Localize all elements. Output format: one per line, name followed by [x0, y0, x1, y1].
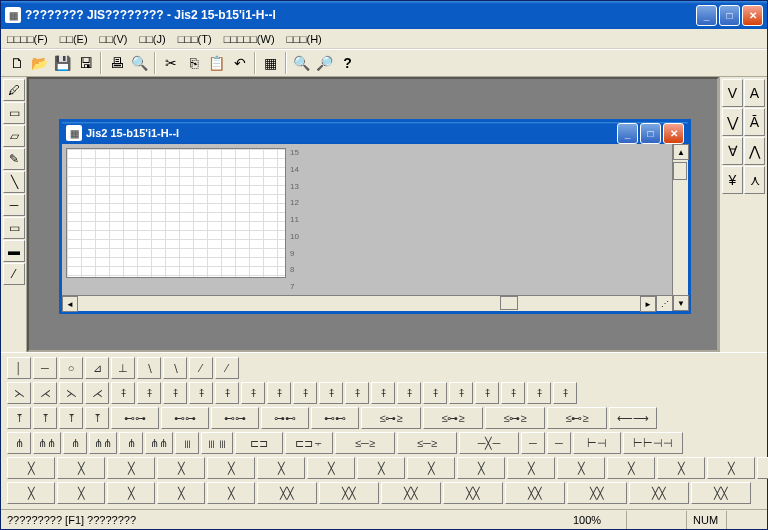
palette-item[interactable]: ≤⊶≥ [423, 407, 483, 429]
palette-item[interactable]: ╳ [757, 457, 768, 479]
stamp-tool-icon[interactable]: 🖊 [3, 79, 25, 101]
palette-item[interactable]: ⋔⋔ [33, 432, 61, 454]
palette-item[interactable]: ⋔⋔ [89, 432, 117, 454]
menu-j[interactable]: □□(J) [140, 33, 166, 45]
menu-help[interactable]: □□□(H) [287, 33, 322, 45]
menu-t[interactable]: □□□(T) [178, 33, 212, 45]
helpcursor-icon[interactable]: ? [336, 52, 359, 74]
palette-item[interactable]: ⤉ [553, 382, 577, 404]
child-scroll-v[interactable]: ▲ ▼ [672, 144, 688, 311]
scroll-up-icon[interactable]: ▲ [673, 144, 689, 160]
paste-icon[interactable]: 📋 [205, 52, 228, 74]
palette-item[interactable]: ╳ [7, 482, 55, 504]
rectfill-tool-icon[interactable]: ▬ [3, 240, 25, 262]
palette-item[interactable]: ⊥ [111, 357, 135, 379]
palette-item[interactable]: ╳ [307, 457, 355, 479]
palette-item[interactable]: ⋔ [119, 432, 143, 454]
palette-item[interactable]: ⊿ [85, 357, 109, 379]
scroll-thumb-h[interactable] [500, 296, 518, 310]
palette-item[interactable]: ⟵⟶ [609, 407, 657, 429]
child-titlebar[interactable]: ▦ Jis2 15-b15'i1-H--l _ □ ✕ [62, 122, 688, 144]
palette-item[interactable]: ╳╳ [443, 482, 503, 504]
symbol-and-icon[interactable]: ⋀ [744, 137, 765, 165]
palette-item[interactable]: ╳ [157, 482, 205, 504]
line-tool-icon[interactable]: ─ [3, 194, 25, 216]
scroll-down-icon[interactable]: ▼ [673, 295, 689, 311]
palette-item[interactable]: ○ [59, 357, 83, 379]
save-icon[interactable]: 💾 [51, 52, 74, 74]
palette-item[interactable]: ⤉ [527, 382, 551, 404]
eraser-tool-icon[interactable]: ▱ [3, 125, 25, 147]
palette-item[interactable]: ⫼⫼ [201, 432, 233, 454]
symbol-yen-icon[interactable]: ¥ [722, 166, 743, 194]
palette-item[interactable]: ⊢⊣ [573, 432, 621, 454]
palette-item[interactable]: ⋔⋔ [145, 432, 173, 454]
palette-item[interactable]: ╳╳ [567, 482, 627, 504]
palette-item[interactable]: ⤉ [475, 382, 499, 404]
palette-item[interactable]: ⋋ [7, 382, 31, 404]
menu-edit[interactable]: □□(E) [60, 33, 88, 45]
scroll-left-icon[interactable]: ◄ [62, 296, 78, 312]
minimize-button[interactable]: _ [696, 5, 717, 26]
palette-item[interactable]: ⤒ [85, 407, 109, 429]
brush-tool-icon[interactable]: ╲ [3, 171, 25, 193]
palette-item[interactable]: ⤉ [137, 382, 161, 404]
palette-item[interactable]: ∖ [137, 357, 161, 379]
cut-icon[interactable]: ✂ [159, 52, 182, 74]
menu-file[interactable]: □□□□(F) [7, 33, 48, 45]
symbol-curlyand-icon[interactable]: ⋏ [744, 166, 765, 194]
palette-item[interactable]: ⤉ [241, 382, 265, 404]
palette-item[interactable]: ⤒ [7, 407, 31, 429]
palette-item[interactable]: │ [7, 357, 31, 379]
palette-item[interactable]: ╳ [7, 457, 55, 479]
palette-item[interactable]: ╳ [157, 457, 205, 479]
palette-item[interactable]: ⤉ [267, 382, 291, 404]
palette-item[interactable]: ≤─≥ [335, 432, 395, 454]
palette-item[interactable]: ─ [33, 357, 57, 379]
palette-item[interactable]: ⤉ [449, 382, 473, 404]
palette-item[interactable]: ⤉ [345, 382, 369, 404]
grid-icon[interactable]: ▦ [259, 52, 282, 74]
menu-window[interactable]: □□□□□(W) [224, 33, 275, 45]
palette-item[interactable]: ⊷⊶ [211, 407, 259, 429]
main-titlebar[interactable]: ▦ ???????? JIS???????? - Jis2 15-b15'i1-… [1, 1, 767, 29]
palette-item[interactable]: ⤉ [319, 382, 343, 404]
palette-item[interactable]: ⁄ [215, 357, 239, 379]
child-scroll-h[interactable]: ◄ ► ⋰ [62, 295, 672, 311]
palette-item[interactable]: ≤─≥ [397, 432, 457, 454]
palette-item[interactable]: ╳ [257, 457, 305, 479]
palette-item[interactable]: ⤒ [59, 407, 83, 429]
palette-item[interactable]: ╳ [707, 457, 755, 479]
palette-item[interactable]: ≤⊶≥ [361, 407, 421, 429]
palette-item[interactable]: ≤⊶≥ [485, 407, 545, 429]
palette-item[interactable]: ╳ [507, 457, 555, 479]
menu-view[interactable]: □□(V) [100, 33, 128, 45]
palette-item[interactable]: ⤉ [371, 382, 395, 404]
symbol-abar-icon[interactable]: Ā [744, 108, 765, 136]
palette-item[interactable]: ⤉ [215, 382, 239, 404]
palette-item[interactable]: ╳ [57, 457, 105, 479]
palette-item[interactable]: ╳ [57, 482, 105, 504]
close-button[interactable]: ✕ [742, 5, 763, 26]
print-icon[interactable]: 🖶 [105, 52, 128, 74]
copy-icon[interactable]: ⎘ [182, 52, 205, 74]
palette-item[interactable]: ⋔ [63, 432, 87, 454]
palette-item[interactable]: ╳╳ [257, 482, 317, 504]
picker-tool-icon[interactable]: ⁄ [3, 263, 25, 285]
scroll-thumb-v[interactable] [673, 162, 687, 180]
palette-item[interactable]: ⊏⊐⫟ [285, 432, 333, 454]
child-minimize-button[interactable]: _ [617, 123, 638, 144]
palette-item[interactable]: ─ [521, 432, 545, 454]
palette-item[interactable]: ⊷⊶ [111, 407, 159, 429]
palette-item[interactable]: ╳ [407, 457, 455, 479]
rect-tool-icon[interactable]: ▭ [3, 217, 25, 239]
scroll-right-icon[interactable]: ► [640, 296, 656, 312]
palette-item[interactable]: ⊷⊶ [161, 407, 209, 429]
palette-item[interactable]: ╳ [357, 457, 405, 479]
open-icon[interactable]: 📂 [28, 52, 51, 74]
symbol-v-icon[interactable]: V [722, 79, 743, 107]
palette-item[interactable]: ⊢⊢⊣⊣ [623, 432, 683, 454]
palette-item[interactable]: ╳ [557, 457, 605, 479]
palette-item[interactable]: ─╳─ [459, 432, 519, 454]
child-maximize-button[interactable]: □ [640, 123, 661, 144]
